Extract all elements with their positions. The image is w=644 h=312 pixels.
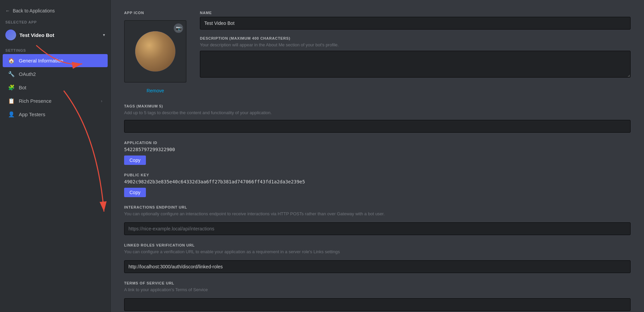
tags-sublabel: Add up to 5 tags to describe the content… xyxy=(124,110,631,115)
name-field-group: NAME xyxy=(200,11,631,30)
name-description-section: NAME DESCRIPTION (MAXIMUM 400 CHARACTERS… xyxy=(200,11,631,93)
tos-input[interactable] xyxy=(124,298,631,311)
app-selector[interactable]: Test Video Bot ▾ xyxy=(0,27,110,43)
avatar xyxy=(5,30,16,40)
nav-menu: 🏠 General Information 🔧 OAuth2 🧩 Bot 📋 R… xyxy=(0,54,110,121)
sidebar-item-rich-presence[interactable]: 📋 Rich Presence › xyxy=(3,94,108,107)
home-icon: 🏠 xyxy=(8,57,15,64)
chevron-down-icon: ▾ xyxy=(103,33,105,37)
tos-sublabel: A link to your application's Terms of Se… xyxy=(124,287,631,292)
sidebar-item-oauth2[interactable]: 🔧 OAuth2 xyxy=(3,68,108,81)
person-icon: 👤 xyxy=(8,111,15,118)
top-section-row: APP ICON 📷 Remove NAME DESCRIPTION (MAXI… xyxy=(124,11,631,93)
camera-icon: 📷 xyxy=(174,24,183,33)
avatar-face xyxy=(135,31,175,72)
app-id-field-group: APPLICATION ID 542285797299322900 Copy xyxy=(124,141,631,165)
tos-field-group: TERMS OF SERVICE URL A link to your appl… xyxy=(124,281,631,311)
tags-label: TAGS (MAXIMUM 5) xyxy=(124,104,631,108)
nav-label-general: General Information xyxy=(19,58,63,63)
app-name: Test Video Bot xyxy=(19,32,100,38)
nav-label-app-testers: App Testers xyxy=(19,112,45,117)
nav-label-oauth2: OAuth2 xyxy=(19,71,36,77)
sidebar-item-app-testers[interactable]: 👤 App Testers xyxy=(3,108,108,121)
interactions-sublabel: You can optionally configure an interact… xyxy=(124,211,631,216)
interactions-input[interactable] xyxy=(124,222,631,235)
tags-field-group: TAGS (MAXIMUM 5) Add up to 5 tags to des… xyxy=(124,104,631,133)
nav-label-bot: Bot xyxy=(19,85,26,90)
app-id-value: 542285797299322900 xyxy=(124,147,631,152)
settings-label: SETTINGS xyxy=(0,48,110,52)
back-arrow-icon: ← xyxy=(5,8,10,13)
public-key-label: PUBLIC KEY xyxy=(124,173,631,177)
tos-label: TERMS OF SERVICE URL xyxy=(124,281,631,285)
back-label: Back to Applications xyxy=(13,8,55,13)
description-sublabel: Your description will appear in the Abou… xyxy=(200,42,631,47)
copy-public-key-button[interactable]: Copy xyxy=(124,188,146,197)
linked-roles-field-group: LINKED ROLES VERIFICATION URL You can co… xyxy=(124,243,631,273)
description-field-group: DESCRIPTION (MAXIMUM 400 CHARACTERS) You… xyxy=(200,36,631,78)
tags-input[interactable] xyxy=(124,120,631,133)
main-content: APP ICON 📷 Remove NAME DESCRIPTION (MAXI… xyxy=(111,0,644,312)
back-link[interactable]: ← Back to Applications xyxy=(0,5,110,16)
linked-roles-sublabel: You can configure a verification URL to … xyxy=(124,249,631,254)
sidebar-item-general-information[interactable]: 🏠 General Information xyxy=(3,54,108,67)
app-icon-avatar xyxy=(135,31,175,72)
chevron-right-icon: › xyxy=(101,99,102,103)
sidebar: ← Back to Applications SELECTED APP Test… xyxy=(0,0,111,312)
list-icon: 📋 xyxy=(8,98,15,104)
app-icon-label: APP ICON xyxy=(124,11,186,15)
linked-roles-label: LINKED ROLES VERIFICATION URL xyxy=(124,243,631,247)
selected-app-label: SELECTED APP xyxy=(0,20,110,24)
interactions-label: INTERACTIONS ENDPOINT URL xyxy=(124,205,631,209)
wrench-icon: 🔧 xyxy=(8,71,15,77)
name-label: NAME xyxy=(200,11,631,15)
copy-app-id-button[interactable]: Copy xyxy=(124,155,146,165)
app-icon-section: APP ICON 📷 Remove xyxy=(124,11,186,93)
puzzle-icon: 🧩 xyxy=(8,84,15,91)
name-input[interactable] xyxy=(200,17,631,30)
public-key-value: 4902c982d2b3e835e40c64332d3aa6ff27b381ad… xyxy=(124,179,631,184)
nav-label-rich-presence: Rich Presence xyxy=(19,98,52,104)
remove-icon-link[interactable]: Remove xyxy=(124,88,186,93)
sidebar-item-bot[interactable]: 🧩 Bot xyxy=(3,81,108,94)
description-input[interactable] xyxy=(200,51,631,78)
icon-upload-box[interactable]: 📷 xyxy=(124,20,186,83)
public-key-field-group: PUBLIC KEY 4902c982d2b3e835e40c64332d3aa… xyxy=(124,173,631,197)
app-id-label: APPLICATION ID xyxy=(124,141,631,145)
interactions-field-group: INTERACTIONS ENDPOINT URL You can option… xyxy=(124,205,631,235)
description-label: DESCRIPTION (MAXIMUM 400 CHARACTERS) xyxy=(200,36,631,40)
linked-roles-input[interactable] xyxy=(124,260,631,273)
